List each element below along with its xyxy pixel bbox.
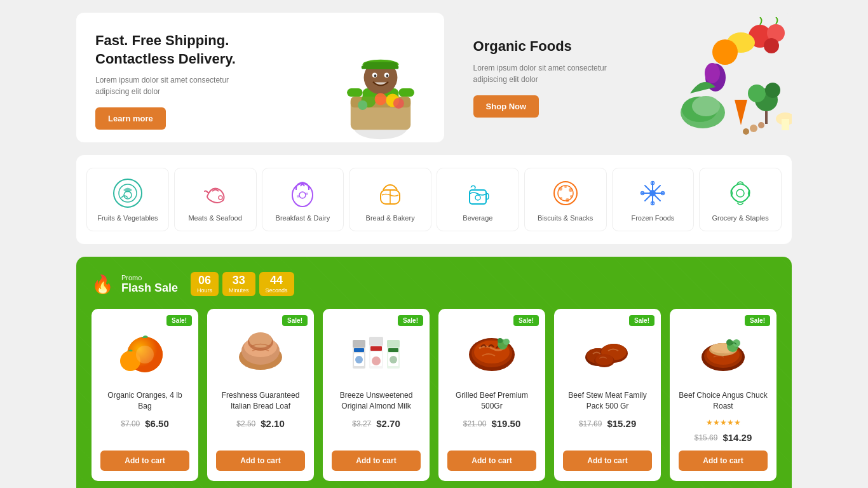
svg-point-81	[355, 356, 363, 363]
old-price-p5: $17.69	[579, 419, 602, 428]
add-to-cart-p5[interactable]: Add to cart	[563, 451, 652, 471]
svg-point-103	[595, 354, 613, 365]
sale-badge-p1: Sale!	[166, 315, 192, 326]
svg-point-62	[649, 190, 656, 196]
svg-point-40	[124, 191, 132, 199]
category-bread-bakery[interactable]: Bread & Bakery	[349, 168, 431, 231]
svg-point-28	[748, 85, 766, 102]
svg-point-17	[358, 100, 367, 110]
new-price-p6: $14.29	[722, 432, 752, 443]
hero-right-subtitle: Lorem ipsum dolor sit amet consectetur a…	[473, 62, 607, 85]
svg-point-38	[114, 179, 142, 207]
hero-section: Fast. Free Shipping. Contactless Deliver…	[76, 13, 792, 142]
category-label-biscuits-snacks: Biscuits & Snacks	[538, 214, 593, 222]
frozen-foods-icon	[637, 177, 668, 209]
add-to-cart-p3[interactable]: Add to cart	[332, 451, 421, 471]
category-meats-seafood[interactable]: Meats & Seafood	[174, 168, 257, 231]
hours-label: Hours	[197, 287, 212, 294]
svg-rect-88	[387, 340, 400, 348]
product-prices-p3: $3.27 $2.70	[352, 418, 400, 429]
svg-point-15	[374, 93, 386, 105]
add-to-cart-p4[interactable]: Add to cart	[447, 451, 536, 471]
category-frozen-foods[interactable]: Frozen Foods	[612, 168, 695, 231]
svg-rect-10	[347, 88, 363, 97]
biscuits-snacks-icon	[550, 177, 581, 209]
new-price-p3: $2.70	[376, 418, 400, 429]
svg-point-67	[736, 189, 744, 197]
minutes-value: 33	[229, 274, 249, 286]
svg-rect-5	[361, 65, 398, 69]
svg-point-53	[564, 186, 567, 188]
svg-point-45	[306, 193, 308, 195]
category-label-meats-seafood: Meats & Seafood	[188, 214, 241, 222]
product-title-p5: Beef Stew Meat Family Pack 500 Gr	[563, 390, 652, 413]
category-label-bread-bakery: Bread & Bakery	[366, 214, 415, 222]
product-title-p6: Beef Choice Angus Chuck Roast	[679, 390, 768, 413]
svg-point-111	[726, 339, 733, 346]
category-fruits-vegetables[interactable]: Fruits & Vegetables	[86, 168, 169, 231]
svg-point-35	[750, 125, 757, 132]
learn-more-button[interactable]: Learn more	[95, 107, 166, 130]
svg-point-44	[297, 195, 299, 198]
countdown-minutes: 33 Minutes	[222, 272, 255, 296]
product-title-p3: Breeze Unsweetened Original Almond Milk	[332, 390, 421, 413]
category-label-grocery-staples: Grocery & Staples	[712, 214, 768, 222]
flash-sale-header: 🔥 Promo Flash Sale 06 Hours 33 Minutes 4…	[92, 272, 776, 296]
svg-point-86	[372, 356, 381, 365]
old-price-p6: $15.69	[695, 433, 718, 442]
svg-rect-83	[369, 337, 383, 346]
new-price-p1: $6.50	[145, 418, 169, 429]
meats-seafood-icon	[200, 177, 231, 209]
add-to-cart-p2[interactable]: Add to cart	[216, 451, 305, 471]
svg-point-26	[692, 96, 720, 116]
svg-rect-84	[370, 346, 382, 351]
sale-badge-p2: Sale!	[282, 315, 308, 326]
category-label-beverage: Beverage	[463, 214, 492, 222]
svg-point-23	[712, 39, 738, 65]
seconds-label: Seconds	[266, 287, 288, 294]
category-beverage[interactable]: Beverage	[437, 168, 519, 231]
breakfast-dairy-icon	[287, 177, 318, 209]
product-title-p2: Freshness Guaranteed Italian Bread Loaf	[216, 390, 305, 413]
countdown-hours: 06 Hours	[191, 272, 219, 296]
svg-rect-11	[398, 88, 414, 97]
old-price-p2: $2.50	[236, 419, 255, 428]
flash-icon: 🔥	[92, 274, 114, 295]
svg-point-32	[705, 63, 720, 83]
hero-left-title: Fast. Free Shipping. Contactless Deliver…	[95, 32, 236, 68]
svg-point-42	[292, 184, 313, 207]
flash-promo-label: Promo	[121, 274, 178, 281]
svg-point-49	[475, 195, 480, 200]
sale-badge-p6: Sale!	[745, 315, 770, 326]
sale-badge-p3: Sale!	[398, 315, 423, 326]
product-prices-p1: $7.00 $6.50	[121, 418, 169, 429]
new-price-p4: $19.50	[491, 418, 520, 429]
svg-point-97	[498, 338, 503, 343]
old-price-p3: $3.27	[352, 419, 371, 428]
category-breakfast-dairy[interactable]: Breakfast & Dairy	[262, 168, 344, 231]
product-card-p6: Sale!	[670, 309, 776, 481]
category-label-fruits-vegetables: Fruits & Vegetables	[97, 214, 158, 222]
product-prices-p5: $17.69 $15.29	[579, 418, 637, 429]
svg-point-91	[390, 356, 397, 363]
categories-section: Fruits & Vegetables Meats & Seafood	[76, 155, 792, 244]
product-image-p3	[332, 319, 421, 383]
add-to-cart-p1[interactable]: Add to cart	[100, 451, 189, 471]
seconds-value: 44	[266, 274, 288, 286]
category-biscuits-snacks[interactable]: Biscuits & Snacks	[524, 168, 607, 231]
add-to-cart-p6[interactable]: Add to cart	[679, 451, 768, 471]
shop-now-button[interactable]: Shop Now	[473, 95, 539, 118]
flash-title: Promo Flash Sale	[121, 274, 178, 295]
svg-rect-48	[470, 190, 486, 204]
delivery-person-image	[317, 28, 444, 142]
svg-point-56	[566, 198, 569, 202]
product-stars-p6: ★★★★★	[706, 418, 741, 427]
new-price-p2: $2.10	[261, 418, 285, 429]
svg-point-41	[219, 196, 222, 200]
product-image-p6	[679, 319, 768, 383]
svg-point-9	[386, 74, 388, 77]
category-grocery-staples[interactable]: Grocery & Staples	[699, 168, 782, 231]
product-card-p5: Sale! Bee	[554, 309, 661, 481]
svg-point-21	[764, 38, 779, 53]
product-prices-p6: $15.69 $14.29	[695, 432, 752, 443]
